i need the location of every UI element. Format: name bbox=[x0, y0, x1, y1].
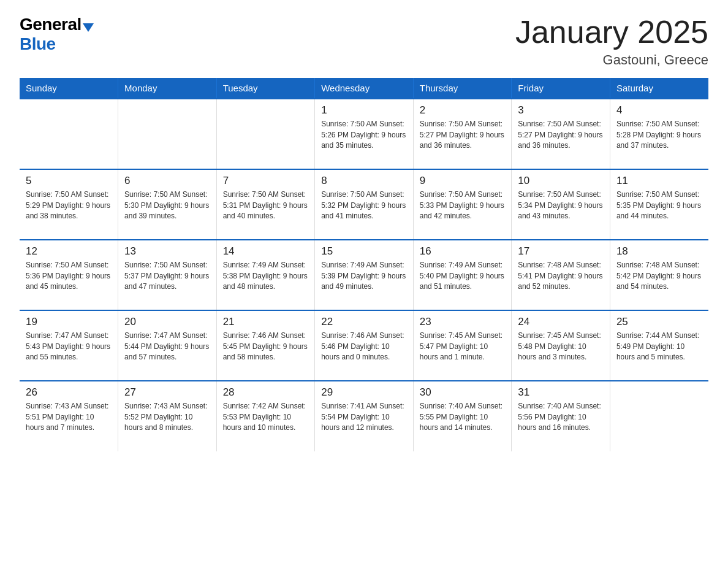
calendar-cell: 4Sunrise: 7:50 AM Sunset: 5:28 PM Daylig… bbox=[610, 99, 708, 169]
day-info: Sunrise: 7:48 AM Sunset: 5:41 PM Dayligh… bbox=[518, 260, 604, 292]
day-info: Sunrise: 7:50 AM Sunset: 5:37 PM Dayligh… bbox=[124, 260, 210, 292]
day-number: 5 bbox=[26, 175, 112, 187]
day-number: 26 bbox=[26, 386, 112, 399]
calendar-cell: 23Sunrise: 7:45 AM Sunset: 5:47 PM Dayli… bbox=[413, 310, 512, 381]
calendar-body: 1Sunrise: 7:50 AM Sunset: 5:26 PM Daylig… bbox=[20, 99, 708, 451]
day-info: Sunrise: 7:40 AM Sunset: 5:55 PM Dayligh… bbox=[420, 401, 506, 433]
calendar-cell: 12Sunrise: 7:50 AM Sunset: 5:36 PM Dayli… bbox=[20, 240, 118, 310]
header-saturday: Saturday bbox=[610, 78, 708, 99]
calendar-cell: 7Sunrise: 7:50 AM Sunset: 5:31 PM Daylig… bbox=[216, 169, 315, 240]
day-info: Sunrise: 7:50 AM Sunset: 5:27 PM Dayligh… bbox=[518, 119, 604, 151]
calendar-cell: 3Sunrise: 7:50 AM Sunset: 5:27 PM Daylig… bbox=[512, 99, 610, 169]
day-info: Sunrise: 7:44 AM Sunset: 5:49 PM Dayligh… bbox=[616, 331, 702, 362]
title-block: January 2025 Gastouni, Greece bbox=[515, 15, 708, 68]
day-number: 10 bbox=[518, 175, 604, 187]
day-info: Sunrise: 7:49 AM Sunset: 5:38 PM Dayligh… bbox=[223, 260, 309, 292]
day-info: Sunrise: 7:40 AM Sunset: 5:56 PM Dayligh… bbox=[518, 401, 604, 433]
header-friday: Friday bbox=[512, 78, 610, 99]
day-number: 23 bbox=[420, 316, 506, 328]
day-number: 13 bbox=[124, 245, 210, 258]
day-number: 16 bbox=[420, 245, 506, 258]
day-info: Sunrise: 7:46 AM Sunset: 5:46 PM Dayligh… bbox=[321, 331, 407, 362]
calendar-cell: 8Sunrise: 7:50 AM Sunset: 5:32 PM Daylig… bbox=[315, 169, 414, 240]
day-info: Sunrise: 7:50 AM Sunset: 5:31 PM Dayligh… bbox=[223, 190, 309, 221]
calendar-cell: 18Sunrise: 7:48 AM Sunset: 5:42 PM Dayli… bbox=[610, 240, 708, 310]
day-number: 7 bbox=[223, 175, 309, 187]
day-number: 29 bbox=[321, 386, 407, 399]
week-row-4: 19Sunrise: 7:47 AM Sunset: 5:43 PM Dayli… bbox=[20, 310, 708, 381]
day-info: Sunrise: 7:50 AM Sunset: 5:32 PM Dayligh… bbox=[321, 190, 407, 221]
day-info: Sunrise: 7:49 AM Sunset: 5:40 PM Dayligh… bbox=[420, 260, 506, 292]
day-info: Sunrise: 7:47 AM Sunset: 5:43 PM Dayligh… bbox=[26, 331, 112, 362]
day-info: Sunrise: 7:43 AM Sunset: 5:52 PM Dayligh… bbox=[124, 401, 210, 433]
calendar-cell: 10Sunrise: 7:50 AM Sunset: 5:34 PM Dayli… bbox=[512, 169, 610, 240]
day-info: Sunrise: 7:50 AM Sunset: 5:27 PM Dayligh… bbox=[420, 119, 506, 151]
day-number: 28 bbox=[223, 386, 309, 399]
header-row: SundayMondayTuesdayWednesdayThursdayFrid… bbox=[20, 78, 708, 99]
calendar-cell: 14Sunrise: 7:49 AM Sunset: 5:38 PM Dayli… bbox=[216, 240, 315, 310]
day-number: 6 bbox=[124, 175, 210, 187]
calendar-cell: 11Sunrise: 7:50 AM Sunset: 5:35 PM Dayli… bbox=[610, 169, 708, 240]
calendar-cell bbox=[118, 99, 217, 169]
day-number: 9 bbox=[420, 175, 506, 187]
calendar-cell: 5Sunrise: 7:50 AM Sunset: 5:29 PM Daylig… bbox=[20, 169, 118, 240]
calendar-cell: 30Sunrise: 7:40 AM Sunset: 5:55 PM Dayli… bbox=[413, 381, 512, 451]
day-info: Sunrise: 7:46 AM Sunset: 5:45 PM Dayligh… bbox=[223, 331, 309, 362]
calendar-subtitle: Gastouni, Greece bbox=[515, 52, 708, 68]
day-number: 14 bbox=[223, 245, 309, 258]
logo-triangle-icon bbox=[83, 23, 94, 32]
day-number: 17 bbox=[518, 245, 604, 258]
header-thursday: Thursday bbox=[413, 78, 512, 99]
day-info: Sunrise: 7:50 AM Sunset: 5:36 PM Dayligh… bbox=[26, 260, 112, 292]
day-number: 20 bbox=[124, 316, 210, 328]
day-info: Sunrise: 7:50 AM Sunset: 5:34 PM Dayligh… bbox=[518, 190, 604, 221]
day-number: 19 bbox=[26, 316, 112, 328]
calendar-cell: 13Sunrise: 7:50 AM Sunset: 5:37 PM Dayli… bbox=[118, 240, 217, 310]
day-number: 12 bbox=[26, 245, 112, 258]
day-number: 15 bbox=[321, 245, 407, 258]
calendar-cell: 27Sunrise: 7:43 AM Sunset: 5:52 PM Dayli… bbox=[118, 381, 217, 451]
calendar-cell: 25Sunrise: 7:44 AM Sunset: 5:49 PM Dayli… bbox=[610, 310, 708, 381]
logo: General Blue bbox=[20, 15, 94, 54]
day-info: Sunrise: 7:41 AM Sunset: 5:54 PM Dayligh… bbox=[321, 401, 407, 433]
day-number: 2 bbox=[420, 104, 506, 117]
day-number: 3 bbox=[518, 104, 604, 117]
calendar-cell bbox=[610, 381, 708, 451]
day-info: Sunrise: 7:50 AM Sunset: 5:30 PM Dayligh… bbox=[124, 190, 210, 221]
calendar-cell: 9Sunrise: 7:50 AM Sunset: 5:33 PM Daylig… bbox=[413, 169, 512, 240]
header-tuesday: Tuesday bbox=[216, 78, 315, 99]
calendar-cell: 24Sunrise: 7:45 AM Sunset: 5:48 PM Dayli… bbox=[512, 310, 610, 381]
week-row-5: 26Sunrise: 7:43 AM Sunset: 5:51 PM Dayli… bbox=[20, 381, 708, 451]
day-number: 21 bbox=[223, 316, 309, 328]
day-info: Sunrise: 7:48 AM Sunset: 5:42 PM Dayligh… bbox=[616, 260, 702, 292]
logo-blue-text: Blue bbox=[20, 34, 56, 53]
header-wednesday: Wednesday bbox=[315, 78, 414, 99]
calendar-cell: 6Sunrise: 7:50 AM Sunset: 5:30 PM Daylig… bbox=[118, 169, 217, 240]
header-sunday: Sunday bbox=[20, 78, 118, 99]
calendar-cell bbox=[216, 99, 315, 169]
calendar-header: SundayMondayTuesdayWednesdayThursdayFrid… bbox=[20, 78, 708, 99]
week-row-1: 1Sunrise: 7:50 AM Sunset: 5:26 PM Daylig… bbox=[20, 99, 708, 169]
calendar-table: SundayMondayTuesdayWednesdayThursdayFrid… bbox=[20, 78, 708, 451]
day-info: Sunrise: 7:50 AM Sunset: 5:33 PM Dayligh… bbox=[420, 190, 506, 221]
day-info: Sunrise: 7:47 AM Sunset: 5:44 PM Dayligh… bbox=[124, 331, 210, 362]
day-number: 25 bbox=[616, 316, 702, 328]
day-info: Sunrise: 7:45 AM Sunset: 5:48 PM Dayligh… bbox=[518, 331, 604, 362]
calendar-cell: 16Sunrise: 7:49 AM Sunset: 5:40 PM Dayli… bbox=[413, 240, 512, 310]
day-info: Sunrise: 7:42 AM Sunset: 5:53 PM Dayligh… bbox=[223, 401, 309, 433]
day-number: 18 bbox=[616, 245, 702, 258]
day-number: 11 bbox=[616, 175, 702, 187]
day-number: 4 bbox=[616, 104, 702, 117]
logo-general-line: General bbox=[20, 15, 94, 34]
week-row-2: 5Sunrise: 7:50 AM Sunset: 5:29 PM Daylig… bbox=[20, 169, 708, 240]
day-number: 24 bbox=[518, 316, 604, 328]
calendar-cell bbox=[20, 99, 118, 169]
calendar-cell: 29Sunrise: 7:41 AM Sunset: 5:54 PM Dayli… bbox=[315, 381, 414, 451]
day-number: 31 bbox=[518, 386, 604, 399]
calendar-cell: 31Sunrise: 7:40 AM Sunset: 5:56 PM Dayli… bbox=[512, 381, 610, 451]
day-info: Sunrise: 7:43 AM Sunset: 5:51 PM Dayligh… bbox=[26, 401, 112, 433]
calendar-cell: 19Sunrise: 7:47 AM Sunset: 5:43 PM Dayli… bbox=[20, 310, 118, 381]
page-header: General Blue January 2025 Gastouni, Gree… bbox=[20, 15, 708, 68]
calendar-cell: 2Sunrise: 7:50 AM Sunset: 5:27 PM Daylig… bbox=[413, 99, 512, 169]
day-number: 27 bbox=[124, 386, 210, 399]
